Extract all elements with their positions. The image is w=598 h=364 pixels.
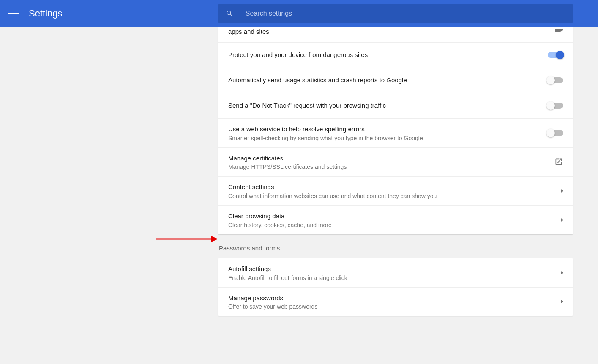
apps-and-sites-row[interactable]: apps and sites bbox=[218, 27, 573, 42]
row-title: Protect you and your device from dangero… bbox=[228, 50, 548, 60]
row-title: Clear browsing data bbox=[228, 212, 561, 221]
chevron-right-icon bbox=[561, 218, 563, 222]
manage-certificates-row[interactable]: Manage certificates Manage HTTPS/SSL cer… bbox=[218, 147, 573, 177]
row-subtitle: Clear history, cookies, cache, and more bbox=[228, 222, 561, 228]
row-subtitle: Offer to save your web passwords bbox=[228, 303, 561, 310]
toggle-switch[interactable] bbox=[548, 77, 563, 83]
toggle-switch[interactable] bbox=[548, 130, 563, 136]
row-subtitle: Manage HTTPS/SSL certificates and settin… bbox=[228, 163, 554, 170]
usage-stats-row[interactable]: Automatically send usage statistics and … bbox=[218, 68, 573, 93]
protect-device-row[interactable]: Protect you and your device from dangero… bbox=[218, 42, 573, 68]
privacy-card: apps and sites Protect you and your devi… bbox=[218, 27, 573, 234]
row-title: Use a web service to help resolve spelli… bbox=[228, 125, 548, 134]
search-container[interactable] bbox=[218, 4, 573, 23]
app-header: Settings bbox=[0, 0, 598, 27]
row-title: Manage certificates bbox=[228, 154, 554, 163]
row-title: Autofill settings bbox=[228, 264, 561, 274]
manage-passwords-row[interactable]: Manage passwords Offer to save your web … bbox=[218, 287, 573, 316]
content-settings-row[interactable]: Content settings Control what informatio… bbox=[218, 176, 573, 205]
row-subtitle: Smarter spell-checking by sending what y… bbox=[228, 135, 548, 141]
svg-marker-1 bbox=[211, 236, 218, 242]
toggle-switch[interactable] bbox=[548, 52, 563, 58]
external-link-icon bbox=[554, 158, 563, 166]
row-title: Content settings bbox=[228, 182, 561, 192]
row-title: Automatically send usage statistics and … bbox=[228, 76, 548, 85]
autofill-settings-row[interactable]: Autofill settings Enable Autofill to fil… bbox=[218, 258, 573, 287]
passwords-card: Autofill settings Enable Autofill to fil… bbox=[218, 258, 573, 316]
chevron-right-icon bbox=[561, 271, 563, 275]
chevron-right-icon bbox=[561, 299, 563, 304]
annotation-arrow-icon bbox=[156, 235, 220, 243]
toggle-partial[interactable] bbox=[548, 29, 563, 35]
settings-content: apps and sites Protect you and your devi… bbox=[0, 27, 598, 316]
row-title: Manage passwords bbox=[228, 293, 561, 303]
do-not-track-row[interactable]: Send a "Do Not Track" request with your … bbox=[218, 93, 573, 118]
chevron-right-icon bbox=[561, 189, 563, 193]
row-title: apps and sites bbox=[228, 27, 548, 36]
menu-icon[interactable] bbox=[8, 8, 19, 19]
row-title: Send a "Do Not Track" request with your … bbox=[228, 101, 548, 110]
toggle-switch[interactable] bbox=[548, 103, 563, 109]
clear-browsing-data-row[interactable]: Clear browsing data Clear history, cooki… bbox=[218, 205, 573, 234]
search-input[interactable] bbox=[246, 10, 565, 17]
search-icon bbox=[226, 9, 234, 18]
row-subtitle: Control what information websites can us… bbox=[228, 193, 561, 199]
section-heading-passwords: Passwords and forms bbox=[218, 234, 573, 258]
page-title: Settings bbox=[29, 8, 63, 19]
spelling-errors-row[interactable]: Use a web service to help resolve spelli… bbox=[218, 118, 573, 147]
row-subtitle: Enable Autofill to fill out forms in a s… bbox=[228, 274, 561, 281]
